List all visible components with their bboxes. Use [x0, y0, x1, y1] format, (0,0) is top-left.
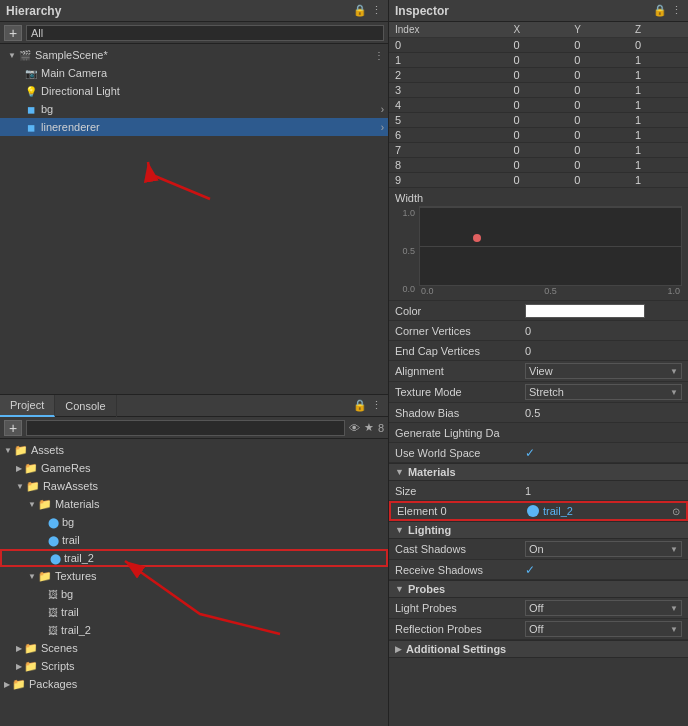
asset-item-scenes[interactable]: ▶ 📁 Scenes: [0, 639, 388, 657]
asset-item-materials[interactable]: ▼ 📁 Materials: [0, 495, 388, 513]
table-row: 2001: [389, 68, 688, 83]
use-world-space-label: Use World Space: [395, 447, 525, 459]
chart-y-top: 1.0: [395, 208, 415, 218]
corner-vertices-value: 0: [525, 325, 682, 337]
hierarchy-item-linerenderer[interactable]: ◼ linerenderer ›: [0, 118, 388, 136]
hierarchy-item-samplescene[interactable]: ▼ 🎬 SampleScene* ⋮: [0, 46, 388, 64]
hierarchy-add-button[interactable]: +: [4, 25, 22, 41]
table-row: 7001: [389, 143, 688, 158]
asset-item-gameres[interactable]: ▶ 📁 GameRes: [0, 459, 388, 477]
col-z: Z: [629, 22, 688, 38]
table-cell: 0: [508, 158, 569, 173]
table-cell: 7: [389, 143, 508, 158]
chart-control-point[interactable]: [473, 234, 481, 242]
probes-section-header[interactable]: ▼ Probes: [389, 580, 688, 598]
asset-item-label: Scripts: [41, 660, 75, 672]
table-cell: 0: [508, 128, 569, 143]
lock-icon[interactable]: 🔒: [353, 399, 367, 412]
table-cell: 0: [568, 98, 629, 113]
receive-shadows-row: Receive Shadows ✓: [389, 560, 688, 580]
table-cell: 1: [629, 83, 688, 98]
expand-arrow: ▶: [4, 680, 10, 689]
lock-icon[interactable]: 🔒: [653, 4, 667, 17]
table-cell: 0: [508, 98, 569, 113]
more-icon[interactable]: ⋮: [671, 4, 682, 17]
asset-item-label: trail: [61, 606, 79, 618]
width-chart[interactable]: [419, 206, 682, 286]
light-probes-dropdown[interactable]: Off ▼: [525, 600, 682, 616]
asset-item-bg-tex[interactable]: 🖼 bg: [0, 585, 388, 603]
reflection-probes-dropdown[interactable]: Off ▼: [525, 621, 682, 637]
materials-section-header[interactable]: ▼ Materials: [389, 463, 688, 481]
tab-console[interactable]: Console: [55, 395, 116, 417]
tab-project[interactable]: Project: [0, 395, 55, 417]
asset-item-trail2-mat[interactable]: ⬤ trail_2: [0, 549, 388, 567]
project-header: Project Console 🔒 ⋮: [0, 395, 388, 417]
folder-icon: 📁: [24, 462, 38, 475]
pick-object-icon[interactable]: ⊙: [672, 506, 680, 517]
additional-settings-label: Additional Settings: [406, 643, 506, 655]
endcap-vertices-row: End Cap Vertices 0: [389, 341, 688, 361]
asset-item-packages[interactable]: ▶ 📁 Packages: [0, 675, 388, 693]
asset-item-label: trail_2: [64, 552, 94, 564]
chart-x-labels: 0.0 0.5 1.0: [419, 286, 682, 296]
table-cell: 0: [568, 113, 629, 128]
hierarchy-item-directionallight[interactable]: 💡 Directional Light: [0, 82, 388, 100]
texture-mode-dropdown[interactable]: Stretch ▼: [525, 384, 682, 400]
asset-item-rawassets[interactable]: ▼ 📁 RawAssets: [0, 477, 388, 495]
folder-icon: 📁: [14, 444, 28, 457]
receive-shadows-check[interactable]: ✓: [525, 563, 535, 577]
color-swatch[interactable]: [525, 304, 645, 318]
asset-item-bg-mat[interactable]: ⬤ bg: [0, 513, 388, 531]
alignment-value: View: [529, 365, 553, 377]
table-row: 9001: [389, 173, 688, 188]
star-icon[interactable]: ★: [364, 421, 374, 434]
chart-x-left: 0.0: [421, 286, 434, 296]
table-row: 4001: [389, 98, 688, 113]
inspector-header-icons: 🔒 ⋮: [653, 4, 682, 17]
table-cell: 0: [568, 53, 629, 68]
cast-shadows-value: On: [529, 543, 544, 555]
light-probes-label: Light Probes: [395, 602, 525, 614]
hierarchy-item-bg[interactable]: ◼ bg ›: [0, 100, 388, 118]
material-icon: ⬤: [50, 553, 61, 564]
table-cell: 0: [508, 83, 569, 98]
lock-icon[interactable]: 🔒: [353, 4, 367, 17]
table-cell: 0: [508, 173, 569, 188]
table-cell: 0: [568, 173, 629, 188]
asset-item-trail-mat[interactable]: ⬤ trail: [0, 531, 388, 549]
project-search-input[interactable]: [26, 420, 345, 436]
alignment-dropdown[interactable]: View ▼: [525, 363, 682, 379]
asset-item-textures[interactable]: ▼ 📁 Textures: [0, 567, 388, 585]
hierarchy-item-label: Main Camera: [41, 67, 107, 79]
hierarchy-header-icons: 🔒 ⋮: [353, 4, 382, 17]
asset-item-label: Scenes: [41, 642, 78, 654]
chart-y-bot: 0.0: [395, 284, 415, 294]
table-row: 8001: [389, 158, 688, 173]
project-header-icons: 🔒 ⋮: [353, 399, 388, 412]
table-cell: 3: [389, 83, 508, 98]
use-world-space-check[interactable]: ✓: [525, 446, 535, 460]
table-cell: 1: [629, 128, 688, 143]
chart-x-mid: 0.5: [544, 286, 557, 296]
generate-lighting-row: Generate Lighting Da: [389, 423, 688, 443]
asset-item-trail-tex[interactable]: 🖼 trail: [0, 603, 388, 621]
hierarchy-item-maincamera[interactable]: 📷 Main Camera: [0, 64, 388, 82]
cast-shadows-dropdown[interactable]: On ▼: [525, 541, 682, 557]
asset-item-trail2-tex[interactable]: 🖼 trail_2: [0, 621, 388, 639]
lighting-section-header[interactable]: ▼ Lighting: [389, 521, 688, 539]
element-material-name[interactable]: trail_2: [543, 505, 573, 517]
table-cell: 0: [629, 38, 688, 53]
more-icon[interactable]: ⋮: [371, 4, 382, 17]
more-icon[interactable]: ⋮: [371, 399, 382, 412]
project-add-button[interactable]: +: [4, 420, 22, 436]
additional-settings-header[interactable]: ▶ Additional Settings: [389, 640, 688, 658]
hierarchy-search-input[interactable]: [26, 25, 384, 41]
reflection-probes-row: Reflection Probes Off ▼: [389, 619, 688, 640]
folder-view-icon[interactable]: 👁: [349, 422, 360, 434]
more-options-icon[interactable]: ⋮: [374, 50, 384, 61]
asset-item-scripts[interactable]: ▶ 📁 Scripts: [0, 657, 388, 675]
materials-size-row: Size 1: [389, 481, 688, 501]
asset-item-label: Materials: [55, 498, 100, 510]
asset-item-assets[interactable]: ▼ 📁 Assets: [0, 441, 388, 459]
